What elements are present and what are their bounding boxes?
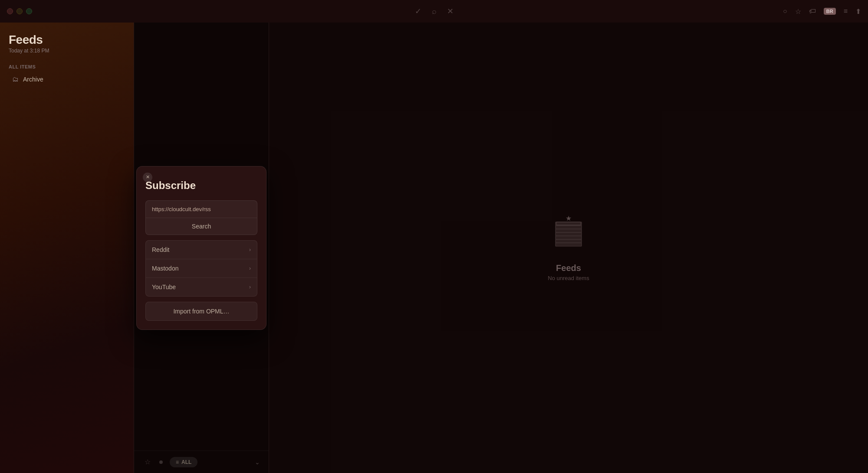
sidebar-subtitle: Today at 3:18 PM — [9, 48, 125, 54]
feeds-empty-subtitle: No unread items — [548, 275, 589, 281]
close-button[interactable] — [7, 8, 13, 14]
modal-feed-list: Reddit › Mastodon › YouTube › — [145, 240, 257, 297]
modal-list-item-mastodon[interactable]: Mastodon › — [146, 259, 257, 278]
modal-list-item-youtube[interactable]: YouTube › — [146, 278, 257, 296]
modal-url-group: Search — [145, 200, 257, 235]
titlebar: ✓ ⌕ ✕ ○ ☆ 🏷 BR ≡ ⬆ — [0, 0, 868, 23]
close-icon[interactable]: ✕ — [447, 7, 454, 16]
svg-rect-0 — [556, 243, 582, 246]
sidebar-item-label: Archive — [23, 76, 43, 83]
search-icon[interactable]: ⌕ — [432, 7, 437, 16]
center-panel: ✕ Subscribe Search Reddit › Mastodon › — [134, 23, 269, 473]
share-icon[interactable]: ⬆ — [855, 7, 861, 16]
archive-icon: 🗂 — [12, 75, 19, 83]
sidebar-header: Feeds Today at 3:18 PM — [0, 29, 134, 61]
circle-icon[interactable]: ○ — [783, 7, 787, 15]
modal-close-icon: ✕ — [146, 174, 150, 180]
chevron-right-icon: › — [249, 284, 251, 290]
avatar-badge[interactable]: BR — [824, 8, 836, 15]
sidebar-title: Feeds — [9, 33, 125, 47]
maximize-button[interactable] — [26, 8, 32, 14]
minimize-button[interactable] — [16, 8, 23, 14]
feeds-empty-title: Feeds — [556, 263, 581, 273]
modal-list-item-label: YouTube — [152, 284, 176, 290]
sidebar-item-archive[interactable]: 🗂 Archive — [3, 72, 130, 86]
tag-icon[interactable]: 🏷 — [809, 7, 816, 15]
modal-search-button[interactable]: Search — [146, 218, 257, 235]
chevron-right-icon: › — [249, 265, 251, 271]
main-layout: Feeds Today at 3:18 PM All Items 🗂 Archi… — [0, 23, 868, 473]
sidebar: Feeds Today at 3:18 PM All Items 🗂 Archi… — [0, 23, 134, 473]
modal-import-button[interactable]: Import from OPML… — [145, 302, 257, 321]
svg-rect-2 — [556, 236, 582, 239]
list-icon[interactable]: ≡ — [844, 7, 848, 15]
titlebar-right-controls: ○ ☆ 🏷 BR ≡ ⬆ — [783, 7, 861, 16]
star-icon[interactable]: ☆ — [795, 7, 801, 16]
svg-rect-3 — [556, 232, 582, 236]
modal-list-item-label: Mastodon — [152, 265, 178, 272]
modal-close-button[interactable]: ✕ — [143, 173, 152, 182]
sidebar-section-label: All Items — [0, 61, 134, 72]
modal-list-item-label: Reddit — [152, 246, 169, 253]
svg-rect-4 — [556, 229, 582, 232]
modal-overlay: ✕ Subscribe Search Reddit › Mastodon › — [134, 23, 269, 473]
traffic-lights — [7, 8, 32, 14]
subscribe-modal: ✕ Subscribe Search Reddit › Mastodon › — [136, 166, 266, 330]
feeds-box-icon: ★ — [547, 215, 590, 258]
modal-title: Subscribe — [145, 179, 257, 192]
svg-rect-1 — [556, 239, 582, 243]
feeds-empty-state: ★ Feeds No unread items — [547, 215, 590, 281]
checkmark-icon[interactable]: ✓ — [415, 7, 421, 16]
modal-list-item-reddit[interactable]: Reddit › — [146, 241, 257, 259]
svg-text:★: ★ — [566, 215, 572, 222]
right-panel: ★ Feeds No unread items — [269, 23, 868, 473]
modal-url-input[interactable] — [146, 201, 257, 218]
chevron-right-icon: › — [249, 247, 251, 253]
titlebar-center-controls: ✓ ⌕ ✕ — [415, 7, 454, 16]
svg-rect-5 — [556, 225, 582, 229]
